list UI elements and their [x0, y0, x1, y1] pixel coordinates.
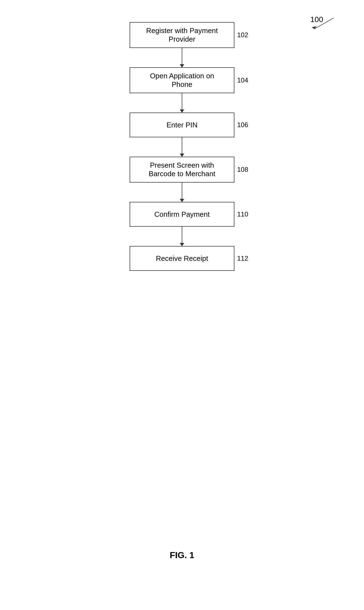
- step-108-row: Present Screen with Barcode to Merchant …: [0, 157, 364, 183]
- step-110-row: Confirm Payment 110: [0, 202, 364, 227]
- step-102-ref: 102: [237, 31, 248, 39]
- arrow-2: [182, 93, 182, 113]
- step-108-ref: 108: [237, 166, 248, 173]
- step-112-label: Receive Receipt: [156, 254, 208, 263]
- step-104-label: Open Application on Phone: [150, 72, 214, 89]
- step-108-label: Present Screen with Barcode to Merchant: [149, 161, 215, 178]
- step-112-row: Receive Receipt 112: [0, 246, 364, 271]
- step-110-box: Confirm Payment: [130, 202, 234, 227]
- step-106-label: Enter PIN: [167, 121, 198, 129]
- arrow-1: [182, 48, 182, 67]
- step-102-row: Register with Payment Provider 102: [0, 22, 364, 48]
- figure-label: FIG. 1: [170, 550, 194, 560]
- step-104-row: Open Application on Phone 104: [0, 67, 364, 93]
- step-106-row: Enter PIN 106: [0, 113, 364, 137]
- step-110-label: Confirm Payment: [154, 210, 210, 219]
- step-106-box: Enter PIN: [130, 113, 234, 137]
- arrow-3: [182, 137, 182, 157]
- step-102-box: Register with Payment Provider: [130, 22, 234, 48]
- arrow-5: [182, 227, 182, 246]
- arrow-4: [182, 183, 182, 202]
- step-104-ref: 104: [237, 76, 248, 84]
- step-110-ref: 110: [237, 210, 248, 218]
- step-106-ref: 106: [237, 121, 248, 129]
- step-104-box: Open Application on Phone: [130, 67, 234, 93]
- step-102-label: Register with Payment Provider: [146, 26, 218, 44]
- step-108-box: Present Screen with Barcode to Merchant: [130, 157, 234, 183]
- step-112-box: Receive Receipt: [130, 246, 234, 271]
- step-112-ref: 112: [237, 255, 248, 262]
